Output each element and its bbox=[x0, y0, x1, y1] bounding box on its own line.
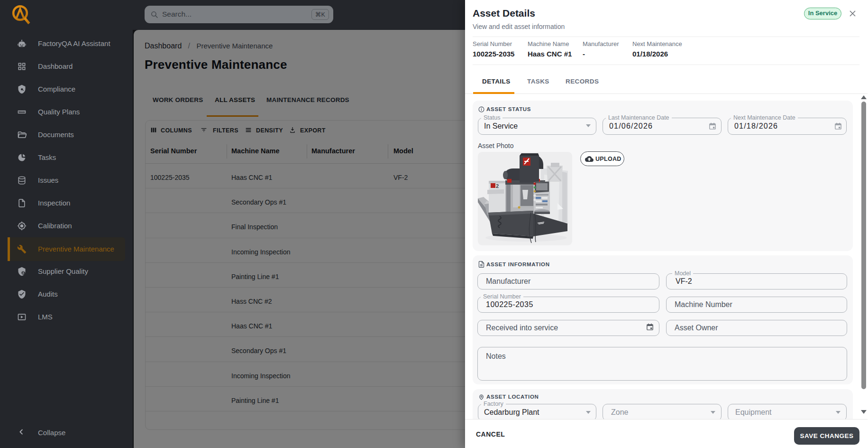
svg-text:2: 2 bbox=[496, 183, 499, 189]
